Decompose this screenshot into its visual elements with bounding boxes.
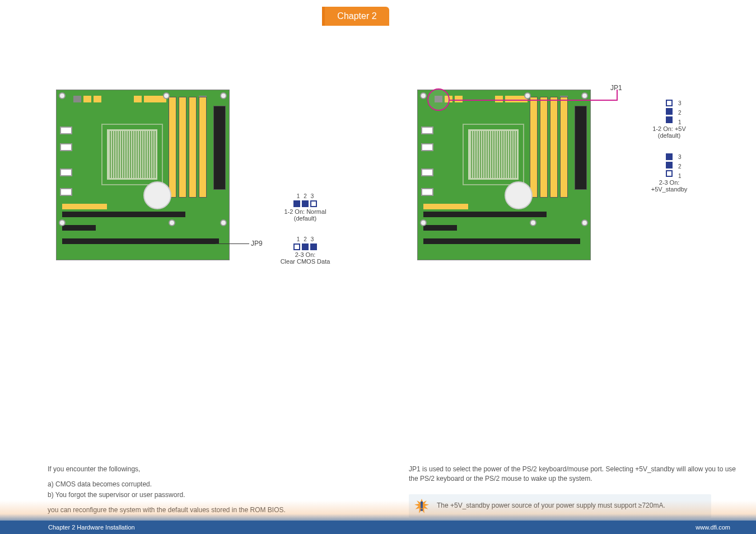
jp1-description: JP1 is used to select the power of the P… bbox=[409, 465, 736, 484]
jp1-jumper-5v: 3 2 1 1-2 On: +5V (default) bbox=[641, 100, 697, 139]
motherboard-illustration bbox=[56, 90, 230, 260]
page: Chapter 2 bbox=[0, 0, 756, 534]
magnifier-circle bbox=[427, 88, 450, 111]
jumper-caption: 1-2 On: +5V bbox=[641, 125, 697, 132]
jumper-caption: Clear CMOS Data bbox=[272, 258, 339, 265]
pin-num: 3 bbox=[311, 236, 314, 242]
motherboard-illustration bbox=[417, 90, 591, 260]
pin-num: 2 bbox=[304, 236, 307, 242]
jumper-caption: 2-3 On: bbox=[272, 251, 339, 258]
pin-num: 3 bbox=[678, 153, 682, 161]
jp9-jumper-normal: 1 2 3 1-2 On: Normal (default) bbox=[272, 193, 339, 222]
jumper-caption: 2-3 On: bbox=[641, 179, 697, 186]
ab-list: a) CMOS data becomes corrupted. b) You f… bbox=[48, 480, 375, 500]
chapter-tab-label: Chapter 2 bbox=[337, 11, 376, 21]
jumper-caption: 1-2 On: Normal bbox=[272, 208, 339, 215]
jumper-pin bbox=[666, 162, 673, 168]
jumper-pin bbox=[293, 243, 300, 250]
jp1-label: JP1 bbox=[610, 84, 622, 92]
jumper-caption: +5V_standby bbox=[641, 186, 697, 193]
pin-num: 3 bbox=[678, 100, 682, 107]
pin-num: 3 bbox=[311, 193, 314, 199]
left-column: JP9 1 2 3 1-2 On: Normal (default) 1 bbox=[48, 90, 375, 534]
pin-num: 1 bbox=[678, 119, 682, 127]
pin-num: 2 bbox=[678, 163, 682, 171]
jumper-pin bbox=[302, 243, 309, 250]
jp9-jumper-clear: 1 2 3 2-3 On: Clear CMOS Data bbox=[272, 236, 339, 265]
jumper-pin bbox=[666, 100, 673, 106]
intro-text: If you encounter the followings, bbox=[48, 465, 375, 474]
right-board-wrap: JP1 3 2 1 1-2 On: +5V (default) bbox=[417, 90, 602, 269]
jumper-pin bbox=[666, 116, 673, 123]
pin-num: 1 bbox=[297, 193, 300, 199]
chapter-tab: Chapter 2 bbox=[325, 7, 389, 26]
jp9-label: JP9 bbox=[251, 240, 263, 247]
pin-num: 1 bbox=[297, 236, 300, 242]
jumper-caption: (default) bbox=[272, 215, 339, 222]
magnifier-leader-line bbox=[450, 100, 618, 101]
footer-bar: Chapter 2 Hardware Installation www.dfi.… bbox=[0, 521, 756, 534]
right-column: JP1 3 2 1 1-2 On: +5V (default) bbox=[409, 90, 736, 518]
jumper-pin bbox=[293, 200, 300, 207]
callout-line bbox=[216, 243, 249, 244]
top-connectors bbox=[73, 96, 207, 104]
left-board-wrap: JP9 1 2 3 1-2 On: Normal (default) 1 bbox=[56, 90, 241, 269]
footer-right: www.dfi.com bbox=[696, 524, 730, 531]
jumper-caption: (default) bbox=[641, 132, 697, 139]
pin-num: 2 bbox=[304, 193, 307, 199]
jumper-pin bbox=[302, 200, 309, 207]
jumper-pin bbox=[666, 153, 673, 160]
item-b: b) You forgot the supervisor or user pas… bbox=[48, 490, 375, 500]
footer-left: Chapter 2 Hardware Installation bbox=[48, 524, 135, 531]
jumper-pin bbox=[666, 170, 673, 177]
jumper-pin bbox=[666, 108, 673, 115]
jumper-pin bbox=[310, 243, 317, 250]
jp1-jumper-standby: 3 2 1 2-3 On: +5V_standby bbox=[641, 153, 697, 193]
pin-num: 1 bbox=[678, 172, 682, 180]
jumper-pin bbox=[310, 200, 317, 207]
pin-num: 2 bbox=[678, 109, 682, 117]
item-a: a) CMOS data becomes corrupted. bbox=[48, 480, 375, 489]
